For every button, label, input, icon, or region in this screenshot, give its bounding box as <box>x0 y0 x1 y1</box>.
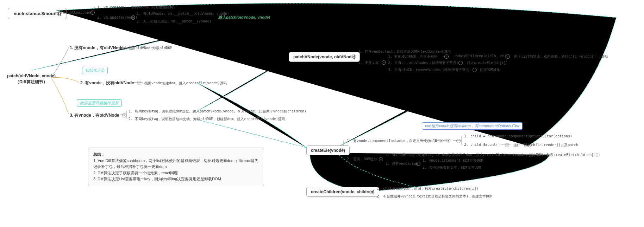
createele-a1s1: 1. child = new vnode.componentOptions.Ct… <box>464 134 572 138</box>
toggle-icon[interactable]: − <box>58 11 62 15</box>
toggle-icon[interactable]: − <box>458 61 463 65</box>
toggle-icon[interactable]: − <box>90 11 95 15</box>
toggle-icon[interactable]: − <box>506 54 510 59</box>
toggle-icon[interactable]: − <box>473 68 477 72</box>
createele-a2s2b: 2. 其他意味着是文本，创建文本DOM <box>423 165 481 170</box>
summary-box: 总结： 1. Vue Diff算法借鉴snabbdom，两个list对比使用的是… <box>88 148 264 186</box>
toggle-icon[interactable]: − <box>529 153 533 157</box>
patch-root-label: patch(oldVNode, vnode)（Diff算法细节） <box>7 73 56 84</box>
patch-b3-s1: 1. 相同key和tag，说明虚拟dom没变。跳入patchVNode(vnod… <box>129 109 306 114</box>
patch-b2-tag: 初始化渲染 <box>82 67 108 74</box>
createchildren-a1: 1. children是数组，递归：触发createEle(children[i… <box>377 186 479 191</box>
toggle-icon[interactable]: − <box>425 139 430 143</box>
toggle-icon[interactable]: − <box>444 54 449 59</box>
toggle-icon[interactable]: − <box>369 190 374 194</box>
patchvnode-c3d: 直接DOM操作 <box>480 67 500 72</box>
createele-tag: vue组件vnode没有children，有componentOptions.C… <box>422 122 523 130</box>
mount-sub2: 2. 无，初始化渲染。vm.__patch__(vnode) <box>137 19 211 24</box>
mount-callout: 跳入patch(oldVnode, vnode) <box>218 15 270 20</box>
summary-l1: 1. Vue Diff算法借鉴snabbdom，两个list对比使用的是双向链表… <box>93 158 259 170</box>
toggle-icon[interactable]: − <box>131 15 135 20</box>
patchvnode-c2: 2. 只有ch，addVnodes（新增所有子节点） <box>388 60 460 65</box>
toggle-icon[interactable]: − <box>505 143 509 147</box>
toggle-icon[interactable]: − <box>352 54 356 59</box>
patchvnode-c1d: updateChildren(oldCh, ch) <box>454 54 507 58</box>
createele-a2s2: 2. 没有vnode.tag <box>386 161 418 166</box>
summary-title: 总结： <box>93 151 259 158</box>
toggle-icon[interactable]: − <box>456 139 461 143</box>
createchildren-a2: 2. 不是数组并有vnode.text(意味着是标签之间的文本)，创建文本DOM <box>377 194 492 199</box>
patch-b3-tag: 数据更新导致组件更新 <box>77 99 122 107</box>
toggle-icon[interactable]: − <box>416 162 420 166</box>
patchvnode-c1: 1. 有oldCh和ch，并且不相等 <box>388 54 437 59</box>
patch-b3-s2: 2. 不同key或tag，说明数据结构变动。卸载oldDOM，创建新dom。跳入… <box>129 117 285 122</box>
createele-a2: 2. 否则，DOM组件 <box>347 157 377 162</box>
createele-a2s1d: 递归：触发createEle(children[i]) <box>536 153 600 157</box>
patch-b2-detail: 根据vnode创建dom。跳入createEle(vnode)源码 <box>144 81 227 86</box>
patchvnode-a2: 2. 不是文本 <box>358 60 379 65</box>
createele-a2s1: 1. 有vnode.tag，创建<tag /> dom以及递归子dom，跳入cr… <box>386 153 549 157</box>
createele-a1s2d: 递归：触发child.render()以及patch <box>513 143 578 148</box>
mount-component[interactable]: mountComponent <box>63 11 93 14</box>
toggle-icon[interactable]: − <box>382 60 386 65</box>
createele-a2s2a: 1. vnode.isComment 创建注释DOM <box>423 158 483 163</box>
createele-a1s2: 2. child.$mount() <box>464 143 500 147</box>
toggle-icon[interactable]: − <box>122 113 126 117</box>
patchvnode-a1: 1. 存在vnode.text，直接更新DOM的textContent属性 <box>358 49 451 54</box>
root-mount-label: vueInstance.$mount() <box>14 11 61 16</box>
patch-b2[interactable]: 2. 有vnode，没有oldVNode <box>80 80 134 86</box>
toggle-icon[interactable]: − <box>137 81 141 85</box>
patch-b3[interactable]: 3. 有vnode，有oldVNode <box>70 112 119 118</box>
patchvnode-c3: 3. 只有oldCh，removeVnodes（移除所有子节点） <box>388 67 473 72</box>
patch-root[interactable]: patch(oldVNode, vnode)（Diff算法细节） <box>7 73 56 85</box>
patch-b1-detail: 根据oldVNode卸载oldDOM <box>129 46 172 51</box>
toggle-icon[interactable]: − <box>122 46 126 50</box>
patchvnode-c2d: 跳入createEle(ch[i]) <box>467 60 508 65</box>
toggle-icon[interactable]: − <box>379 157 383 161</box>
patch-b1[interactable]: 1. 没有vnode，有oldVNode <box>70 45 124 51</box>
summary-l2: 2. Diff算法决定了模板需要一个根元素，react同理 <box>93 170 259 176</box>
patchvnode-c1e: 两个list的对比，双向链表，遇到ch[i]=oldCh[j]，递归 <box>514 54 608 59</box>
mount-sub1: 1. 有oldVnode, vm.__patch__(oldVnode, vno… <box>137 11 229 16</box>
patchvnode-box[interactable]: patchVNode(vnode, oldVNode) <box>289 52 360 62</box>
createele-a1d: 实例化组件 <box>434 138 451 143</box>
createele-a1: 1. 有vnode.componentInstance，自定义组件child <box>347 138 437 143</box>
createchildren-box[interactable]: createChildren(vnode, children) <box>306 187 379 197</box>
summary-l3: 3. Diff算法决定List需要带唯一key，因为key和tag决定要复用还是… <box>93 176 259 182</box>
toggle-icon[interactable]: − <box>339 148 344 152</box>
mount-step1: 1. vm.render(), 拿到vnode（树形数据结构） <box>97 5 177 10</box>
